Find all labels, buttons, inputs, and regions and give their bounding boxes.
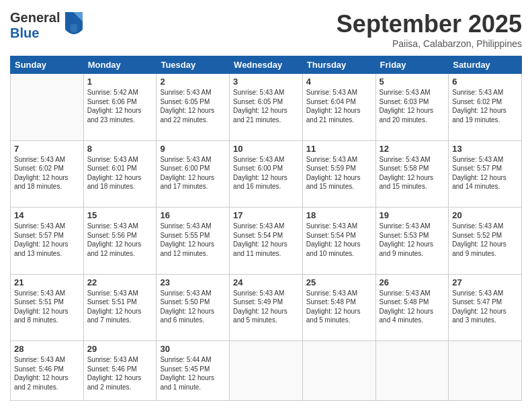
- cell-content: Sunrise: 5:44 AM Sunset: 5:45 PM Dayligh…: [160, 355, 226, 392]
- weekday-header-row: SundayMondayTuesdayWednesdayThursdayFrid…: [11, 56, 522, 74]
- cell-content: Sunrise: 5:43 AM Sunset: 5:54 PM Dayligh…: [306, 222, 372, 258]
- weekday-header-friday: Friday: [375, 56, 449, 74]
- cell-content: Sunrise: 5:43 AM Sunset: 5:48 PM Dayligh…: [306, 289, 372, 325]
- day-number: 16: [160, 210, 226, 220]
- calendar-table: SundayMondayTuesdayWednesdayThursdayFrid…: [10, 56, 522, 401]
- calendar-cell: 3Sunrise: 5:43 AM Sunset: 6:05 PM Daylig…: [230, 74, 303, 141]
- day-number: 28: [14, 344, 80, 354]
- calendar-cell: 6Sunrise: 5:43 AM Sunset: 6:02 PM Daylig…: [449, 74, 522, 141]
- calendar-cell: 11Sunrise: 5:43 AM Sunset: 5:59 PM Dayli…: [302, 140, 375, 208]
- cell-content: Sunrise: 5:43 AM Sunset: 6:03 PM Dayligh…: [380, 88, 445, 124]
- cell-content: Sunrise: 5:43 AM Sunset: 6:04 PM Dayligh…: [306, 88, 372, 124]
- logo-arrow-icon: [64, 11, 84, 40]
- calendar-week-5: 28Sunrise: 5:43 AM Sunset: 5:46 PM Dayli…: [11, 341, 522, 401]
- calendar-cell: 25Sunrise: 5:43 AM Sunset: 5:48 PM Dayli…: [302, 274, 375, 341]
- cell-content: Sunrise: 5:43 AM Sunset: 5:46 PM Dayligh…: [87, 355, 153, 392]
- calendar-cell: [302, 341, 375, 401]
- calendar-cell: 4Sunrise: 5:43 AM Sunset: 6:04 PM Daylig…: [302, 74, 375, 141]
- calendar-cell: 26Sunrise: 5:43 AM Sunset: 5:48 PM Dayli…: [375, 274, 449, 341]
- logo: General Blue: [10, 10, 84, 41]
- calendar-cell: 23Sunrise: 5:43 AM Sunset: 5:50 PM Dayli…: [157, 274, 230, 341]
- calendar-cell: 19Sunrise: 5:43 AM Sunset: 5:53 PM Dayli…: [375, 208, 449, 275]
- calendar-cell: 8Sunrise: 5:43 AM Sunset: 6:01 PM Daylig…: [83, 140, 157, 208]
- calendar-cell: 18Sunrise: 5:43 AM Sunset: 5:54 PM Dayli…: [302, 208, 375, 275]
- calendar-cell: 13Sunrise: 5:43 AM Sunset: 5:57 PM Dayli…: [449, 140, 522, 208]
- day-number: 20: [452, 210, 518, 220]
- day-number: 15: [87, 210, 153, 220]
- cell-content: Sunrise: 5:43 AM Sunset: 5:53 PM Dayligh…: [380, 222, 445, 258]
- calendar-week-3: 14Sunrise: 5:43 AM Sunset: 5:57 PM Dayli…: [11, 208, 522, 275]
- day-number: 25: [306, 277, 372, 287]
- calendar-cell: [449, 341, 522, 401]
- cell-content: Sunrise: 5:43 AM Sunset: 5:46 PM Dayligh…: [14, 355, 80, 392]
- day-number: 10: [233, 144, 299, 154]
- cell-content: Sunrise: 5:43 AM Sunset: 6:00 PM Dayligh…: [160, 155, 226, 191]
- calendar-cell: 20Sunrise: 5:43 AM Sunset: 5:52 PM Dayli…: [449, 208, 522, 275]
- cell-content: Sunrise: 5:43 AM Sunset: 5:51 PM Dayligh…: [14, 289, 80, 325]
- weekday-header-wednesday: Wednesday: [230, 56, 303, 74]
- day-number: 29: [87, 344, 153, 354]
- day-number: 9: [160, 144, 226, 154]
- cell-content: Sunrise: 5:43 AM Sunset: 5:51 PM Dayligh…: [87, 289, 153, 325]
- logo-words: General Blue: [10, 10, 60, 41]
- cell-content: Sunrise: 5:43 AM Sunset: 5:54 PM Dayligh…: [233, 222, 299, 258]
- cell-content: Sunrise: 5:43 AM Sunset: 5:57 PM Dayligh…: [14, 222, 80, 258]
- cell-content: Sunrise: 5:43 AM Sunset: 6:05 PM Dayligh…: [160, 88, 226, 124]
- cell-content: Sunrise: 5:43 AM Sunset: 6:01 PM Dayligh…: [87, 155, 153, 191]
- day-number: 4: [306, 77, 372, 87]
- day-number: 1: [87, 77, 153, 87]
- cell-content: Sunrise: 5:43 AM Sunset: 5:52 PM Dayligh…: [452, 222, 518, 258]
- calendar-cell: 5Sunrise: 5:43 AM Sunset: 6:03 PM Daylig…: [375, 74, 449, 141]
- header: General Blue September 2025 Paiisa, Cala…: [10, 10, 522, 49]
- day-number: 12: [380, 144, 445, 154]
- day-number: 13: [452, 144, 518, 154]
- calendar-cell: 9Sunrise: 5:43 AM Sunset: 6:00 PM Daylig…: [157, 140, 230, 208]
- cell-content: Sunrise: 5:43 AM Sunset: 5:47 PM Dayligh…: [452, 289, 518, 325]
- day-number: 11: [306, 144, 372, 154]
- calendar-cell: [375, 341, 449, 401]
- day-number: 18: [306, 210, 372, 220]
- calendar-cell: 12Sunrise: 5:43 AM Sunset: 5:58 PM Dayli…: [375, 140, 449, 208]
- cell-content: Sunrise: 5:43 AM Sunset: 6:05 PM Dayligh…: [233, 88, 299, 124]
- cell-content: Sunrise: 5:43 AM Sunset: 5:48 PM Dayligh…: [380, 289, 445, 325]
- calendar-cell: 22Sunrise: 5:43 AM Sunset: 5:51 PM Dayli…: [83, 274, 157, 341]
- cell-content: Sunrise: 5:43 AM Sunset: 5:57 PM Dayligh…: [452, 155, 518, 191]
- calendar-week-4: 21Sunrise: 5:43 AM Sunset: 5:51 PM Dayli…: [11, 274, 522, 341]
- logo-blue: Blue: [10, 26, 60, 41]
- title-block: September 2025 Paiisa, Calabarzon, Phili…: [337, 10, 522, 49]
- day-number: 5: [380, 77, 445, 87]
- calendar-cell: 21Sunrise: 5:43 AM Sunset: 5:51 PM Dayli…: [11, 274, 84, 341]
- cell-content: Sunrise: 5:43 AM Sunset: 5:50 PM Dayligh…: [160, 289, 226, 325]
- calendar-cell: 10Sunrise: 5:43 AM Sunset: 6:00 PM Dayli…: [230, 140, 303, 208]
- calendar-cell: 7Sunrise: 5:43 AM Sunset: 6:02 PM Daylig…: [11, 140, 84, 208]
- page: General Blue September 2025 Paiisa, Cala…: [0, 0, 532, 411]
- calendar-cell: 2Sunrise: 5:43 AM Sunset: 6:05 PM Daylig…: [157, 74, 230, 141]
- location: Paiisa, Calabarzon, Philippines: [337, 38, 522, 49]
- calendar-cell: 30Sunrise: 5:44 AM Sunset: 5:45 PM Dayli…: [157, 341, 230, 401]
- weekday-header-tuesday: Tuesday: [157, 56, 230, 74]
- calendar-week-2: 7Sunrise: 5:43 AM Sunset: 6:02 PM Daylig…: [11, 140, 522, 208]
- cell-content: Sunrise: 5:43 AM Sunset: 5:49 PM Dayligh…: [233, 289, 299, 325]
- cell-content: Sunrise: 5:42 AM Sunset: 6:06 PM Dayligh…: [87, 88, 153, 124]
- calendar-cell: 27Sunrise: 5:43 AM Sunset: 5:47 PM Dayli…: [449, 274, 522, 341]
- day-number: 26: [380, 277, 445, 287]
- weekday-header-thursday: Thursday: [302, 56, 375, 74]
- day-number: 19: [380, 210, 445, 220]
- day-number: 24: [233, 277, 299, 287]
- month-title: September 2025: [337, 10, 522, 38]
- weekday-header-monday: Monday: [83, 56, 157, 74]
- calendar-cell: 16Sunrise: 5:43 AM Sunset: 5:55 PM Dayli…: [157, 208, 230, 275]
- day-number: 3: [233, 77, 299, 87]
- calendar-cell: 1Sunrise: 5:42 AM Sunset: 6:06 PM Daylig…: [83, 74, 157, 141]
- calendar-cell: 24Sunrise: 5:43 AM Sunset: 5:49 PM Dayli…: [230, 274, 303, 341]
- calendar-cell: 28Sunrise: 5:43 AM Sunset: 5:46 PM Dayli…: [11, 341, 84, 401]
- calendar-week-1: 1Sunrise: 5:42 AM Sunset: 6:06 PM Daylig…: [11, 74, 522, 141]
- cell-content: Sunrise: 5:43 AM Sunset: 6:00 PM Dayligh…: [233, 155, 299, 191]
- cell-content: Sunrise: 5:43 AM Sunset: 6:02 PM Dayligh…: [14, 155, 80, 191]
- logo-wrap: General Blue: [10, 10, 84, 41]
- cell-content: Sunrise: 5:43 AM Sunset: 5:56 PM Dayligh…: [87, 222, 153, 258]
- cell-content: Sunrise: 5:43 AM Sunset: 5:58 PM Dayligh…: [380, 155, 445, 191]
- day-number: 14: [14, 210, 80, 220]
- cell-content: Sunrise: 5:43 AM Sunset: 5:55 PM Dayligh…: [160, 222, 226, 258]
- weekday-header-saturday: Saturday: [449, 56, 522, 74]
